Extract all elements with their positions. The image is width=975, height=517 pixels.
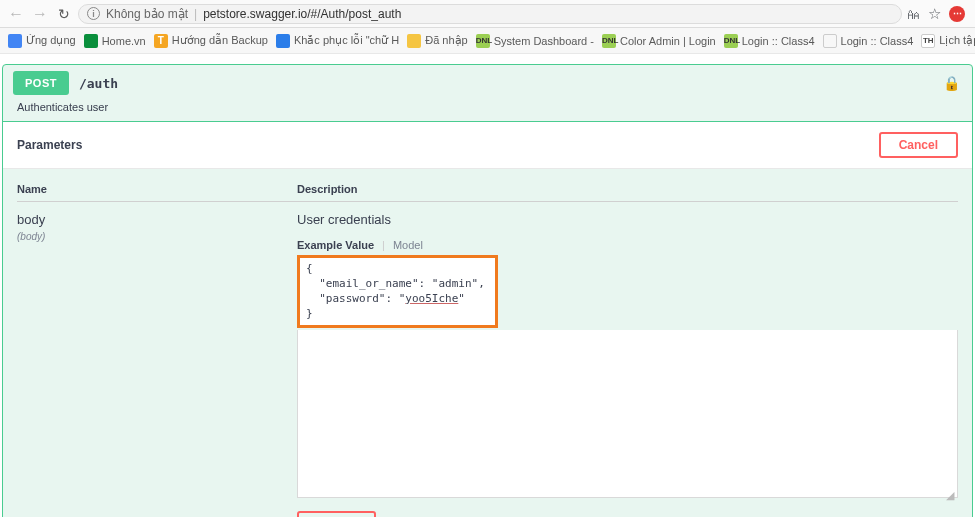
col-header-description: Description <box>297 183 958 195</box>
parameter-description-cell: User credentials Example Value | Model {… <box>297 212 958 517</box>
parameters-title: Parameters <box>17 138 82 152</box>
toolbar-right: 🗛 ☆ ⋯ <box>906 5 969 23</box>
tab-separator: | <box>382 239 385 251</box>
bookmark-danhap[interactable]: Đã nhập <box>407 34 467 48</box>
url-text: petstore.swagger.io/#/Auth/post_auth <box>203 7 401 21</box>
browser-toolbar: ← → ↻ i Không bảo mật | petstore.swagger… <box>0 0 975 28</box>
bottom-actions: Cancel <box>297 511 958 517</box>
bookmark-login-class4-a[interactable]: DNLLogin :: Class4 <box>724 34 815 48</box>
bookmark-label: Lịch tập gym 6 buổi <box>939 34 975 47</box>
bookmark-label: Hướng dẫn Backup <box>172 34 268 47</box>
bookmark-khacphuc[interactable]: Khắc phục lỗi "chữ H <box>276 34 399 48</box>
translate-icon[interactable]: 🗛 <box>906 6 920 22</box>
parameter-description: User credentials <box>297 212 958 227</box>
example-highlight-box: { "email_or_name": "admin", "password": … <box>297 255 498 328</box>
body-textarea[interactable] <box>297 330 958 498</box>
parameter-row: body (body) User credentials Example Val… <box>17 202 958 517</box>
tab-model[interactable]: Model <box>393 239 423 251</box>
reload-icon[interactable]: ↻ <box>54 6 74 22</box>
cancel-button-bottom[interactable]: Cancel <box>297 511 376 517</box>
operation-block: POST /auth 🔒 Authenticates user Paramete… <box>2 64 973 517</box>
bookmark-label: Ứng dụng <box>26 34 76 47</box>
bookmark-coloradmin[interactable]: DNLColor Admin | Login <box>602 34 716 48</box>
bookmark-login-class4-b[interactable]: Login :: Class4 <box>823 34 914 48</box>
bookmark-homevn[interactable]: Home.vn <box>84 34 146 48</box>
forward-icon: → <box>30 5 50 23</box>
bookmark-label: Login :: Class4 <box>841 35 914 47</box>
bookmark-backup[interactable]: THướng dẫn Backup <box>154 34 268 48</box>
bookmark-bar: Ứng dụng Home.vn THướng dẫn Backup Khắc … <box>0 28 975 54</box>
extension-badge-icon[interactable]: ⋯ <box>949 6 965 22</box>
address-bar[interactable]: i Không bảo mật | petstore.swagger.io/#/… <box>78 4 902 24</box>
insecure-info-icon[interactable]: i <box>87 7 100 20</box>
insecure-label: Không bảo mật <box>106 7 188 21</box>
tab-example-value[interactable]: Example Value <box>297 239 374 251</box>
col-header-name: Name <box>17 183 297 195</box>
schema-tabs: Example Value | Model <box>297 239 958 251</box>
bookmark-star-icon[interactable]: ☆ <box>928 5 941 23</box>
operation-header[interactable]: POST /auth 🔒 <box>3 65 972 101</box>
back-icon[interactable]: ← <box>6 5 26 23</box>
bookmark-label: Home.vn <box>102 35 146 47</box>
parameters-bar: Parameters Cancel <box>3 122 972 169</box>
bookmark-label: System Dashboard - <box>494 35 594 47</box>
bookmark-label: Login :: Class4 <box>742 35 815 47</box>
lock-icon[interactable]: 🔒 <box>943 75 960 91</box>
cancel-button[interactable]: Cancel <box>879 132 958 158</box>
bookmark-label: Color Admin | Login <box>620 35 716 47</box>
body-editor-container: { "email_or_name": "admin", "password": … <box>297 255 958 501</box>
url-divider: | <box>194 7 197 21</box>
parameter-name: body <box>17 212 297 227</box>
swagger-content: POST /auth 🔒 Authenticates user Paramete… <box>0 54 975 517</box>
parameter-name-cell: body (body) <box>17 212 297 517</box>
bookmark-label: Khắc phục lỗi "chữ H <box>294 34 399 47</box>
parameters-header-row: Name Description <box>17 183 958 202</box>
bookmark-gym[interactable]: THLịch tập gym 6 buổi <box>921 34 975 48</box>
method-badge: POST <box>13 71 69 95</box>
operation-summary: Authenticates user <box>3 101 972 122</box>
bookmark-sysdash[interactable]: DNLSystem Dashboard - <box>476 34 594 48</box>
bookmark-label: Đã nhập <box>425 34 467 47</box>
example-json[interactable]: { "email_or_name": "admin", "password": … <box>300 258 495 325</box>
resize-handle-icon[interactable]: ◢ <box>946 489 956 499</box>
operation-path: /auth <box>79 76 118 91</box>
bookmark-apps[interactable]: Ứng dụng <box>8 34 76 48</box>
parameters-body: Name Description body (body) User creden… <box>3 169 972 517</box>
parameter-type: (body) <box>17 231 297 242</box>
